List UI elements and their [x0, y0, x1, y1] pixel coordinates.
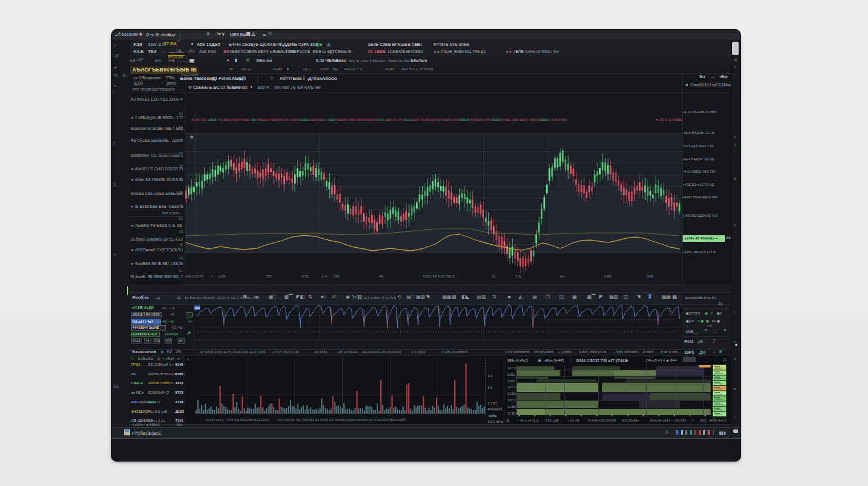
svg-text:❖: ❖	[190, 135, 194, 140]
svg-text:△: △	[187, 357, 190, 360]
